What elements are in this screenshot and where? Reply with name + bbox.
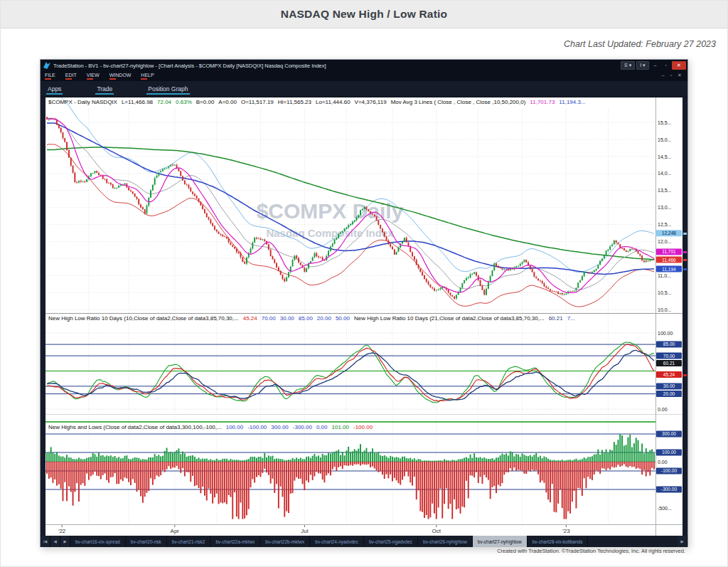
toolbar-position-graph[interactable]: Position Graph <box>146 84 189 95</box>
text-segment: L=11,466.98 <box>122 99 153 105</box>
text-segment: A=0.00 <box>218 99 237 105</box>
svg-text:300.00: 300.00 <box>662 431 676 436</box>
text-segment: 0.63% <box>176 99 192 105</box>
svg-text:11,701: 11,701 <box>662 249 676 254</box>
svg-text:15,5...: 15,5... <box>658 120 672 125</box>
close-button[interactable]: ✕ <box>672 61 686 70</box>
text-segment: 70.00 <box>262 315 276 322</box>
svg-text:11,466: 11,466 <box>662 258 676 263</box>
toolbar-trade[interactable]: Trade <box>95 84 114 95</box>
indicator-highs-lows-header: New Highs and Lows (Close of data2,Close… <box>48 424 654 430</box>
svg-text:30.00: 30.00 <box>663 383 675 388</box>
scrollbar-price-marker <box>683 251 687 253</box>
svg-text:60.21: 60.21 <box>663 361 675 366</box>
window-right-frame[interactable] <box>682 97 687 536</box>
text-segment: 11,701.73 <box>530 99 555 105</box>
last-updated-note: Chart Last Updated: February 27 2023 <box>564 39 716 49</box>
menu-window[interactable]: WINDOW <box>109 71 132 80</box>
text-segment: 0.00 <box>316 424 328 430</box>
tab-scroll-left-0[interactable]: |◀ <box>41 536 50 547</box>
workspace-tab[interactable]: bv-chart22b-mktwx <box>260 536 310 547</box>
menu-label: EDIT <box>65 73 77 78</box>
svg-text:10,0...: 10,0... <box>658 307 672 312</box>
chart-area[interactable]: $COMPX - Daily NASDQIXL=11,466.9872.040.… <box>46 97 682 536</box>
text-segment: New High Low Ratio 10 Days (10,Close of … <box>48 315 239 322</box>
indicator-dropdown-button[interactable]: I ▾ <box>636 61 648 70</box>
page-header: NASDAQ New High / Low Ratio <box>1 1 727 28</box>
svg-text:-100.00: -100.00 <box>661 468 677 473</box>
text-segment: $COMPX - Daily NASDQIX <box>48 99 117 105</box>
svg-text:15,0...: 15,0... <box>658 137 672 142</box>
menu-label: WINDOW <box>109 73 132 78</box>
workspace-tab[interactable]: bv-chart25-ngadvdec <box>364 536 418 547</box>
svg-text:20.00: 20.00 <box>663 391 675 396</box>
scrollbar-price-marker <box>683 259 687 261</box>
menu-accent-bar <box>109 78 116 80</box>
workspace-tab[interactable]: bv-chart21-risk2 <box>167 536 211 547</box>
svg-text:100.00: 100.00 <box>662 450 676 455</box>
menu-accent-bar <box>87 78 93 80</box>
menu-help[interactable]: HELP <box>141 71 154 80</box>
svg-text:14,5...: 14,5... <box>658 154 672 159</box>
text-segment: B=0.00 <box>196 99 215 105</box>
svg-text:-500...: -500... <box>658 506 672 511</box>
workspace-tab[interactable]: bv-chart22a-mktwx <box>210 536 260 547</box>
text-segment: Mov Avg 3 Lines ( Close , Close , Close … <box>391 99 526 105</box>
svg-text:10,5...: 10,5... <box>658 290 672 295</box>
tab-scroll-left-1[interactable]: ◀ <box>50 536 60 547</box>
workspace-tab[interactable]: bv-chart28-vix-bollbands <box>528 536 589 547</box>
menu-bar: – ▫ ✕ FILEEDITVIEWWINDOWHELP <box>41 71 687 81</box>
tab-scroll-left-2[interactable]: ▶ <box>60 536 70 547</box>
svg-text:0.00: 0.00 <box>658 460 668 465</box>
text-segment: 50.00 <box>336 315 350 322</box>
text-segment: Hi=11,565.23 <box>278 99 311 105</box>
text-segment: 85.00 <box>299 315 313 322</box>
text-segment: 45.24 <box>243 315 257 322</box>
svg-text:12,5...: 12,5... <box>658 222 672 227</box>
svg-text:11,0...: 11,0... <box>658 273 671 278</box>
menu-accent-bar <box>45 78 51 80</box>
text-segment: Lo=11,444.60 <box>316 99 350 105</box>
workspace-tabbar: |◀◀▶bv-chart16-vix-spreadbv-chart20-risk… <box>41 536 687 547</box>
text-segment: 60.21 <box>549 315 563 322</box>
workspace-tab[interactable]: bv-chart24-nyadvdec <box>310 536 364 547</box>
window-titlebar[interactable]: TradeStation - BV1 - bv-chart27-nyhighlo… <box>41 60 687 71</box>
text-segment: 11,194.3... <box>559 99 585 105</box>
toolbar: AppsTradePosition Graph <box>41 81 687 97</box>
scrollbar-price-marker <box>683 268 687 270</box>
menu-edit[interactable]: EDIT <box>65 71 77 80</box>
svg-text:14,0...: 14,0... <box>658 171 672 176</box>
svg-text:Jul: Jul <box>301 528 308 534</box>
minimize-button[interactable]: – <box>651 61 660 70</box>
svg-text:11,194: 11,194 <box>662 267 676 272</box>
svg-text:Oct: Oct <box>432 528 441 534</box>
mdi-window-buttons[interactable]: – ▫ ✕ <box>662 73 684 78</box>
text-segment: New High Low Ratio 10 Days (21,Close of … <box>354 315 545 322</box>
scrollbar-price-marker <box>683 233 687 235</box>
style-dropdown-button[interactable]: S ▾ <box>621 61 635 70</box>
text-segment: 300.00 <box>271 424 288 430</box>
workspace-tab[interactable]: bv-chart16-vix-spread <box>70 536 126 547</box>
text-segment: -300.00 <box>293 424 312 430</box>
maximize-button[interactable]: ▫ <box>662 61 670 70</box>
workspace-tab[interactable]: bv-chart20-risk <box>126 536 167 547</box>
text-segment: O=11,517.19 <box>241 99 274 105</box>
menu-view[interactable]: VIEW <box>87 71 100 80</box>
text-segment: 30.00 <box>280 315 294 322</box>
svg-text:45.24: 45.24 <box>663 372 675 377</box>
tab-scroll-right-0[interactable]: ▶ <box>678 536 687 547</box>
workspace-tab[interactable]: bv-chart26-nyhighlow <box>418 536 473 547</box>
text-segment: 72.04 <box>157 99 171 105</box>
text-segment: 100.00 <box>226 424 243 430</box>
text-segment: New Highs and Lows (Close of data2,Close… <box>48 424 222 430</box>
svg-text:-300.00: -300.00 <box>661 487 677 492</box>
workspace-tab[interactable]: bv-chart27-nyhighlow <box>473 536 528 547</box>
svg-text:13,0...: 13,0... <box>658 205 672 210</box>
toolbar-apps[interactable]: Apps <box>46 84 63 95</box>
menu-label: FILE <box>45 73 55 78</box>
svg-text:'22: '22 <box>58 528 66 534</box>
svg-text:13,5...: 13,5... <box>658 188 672 193</box>
menu-label: HELP <box>141 73 154 78</box>
menu-file[interactable]: FILE <box>45 71 55 80</box>
svg-text:85.00: 85.00 <box>663 341 675 346</box>
